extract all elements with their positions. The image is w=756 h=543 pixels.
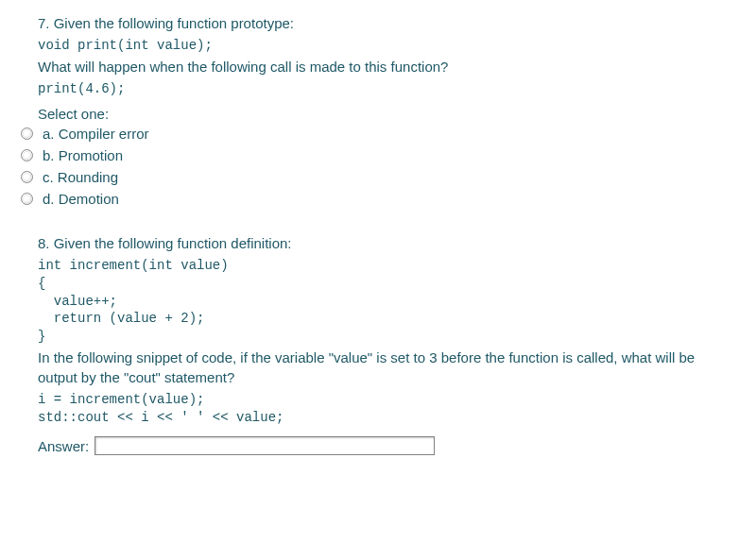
q7-prompt-2: What will happen when the following call… xyxy=(38,57,718,76)
q8-code-2: i = increment(value); std::cout << i << … xyxy=(38,391,718,427)
q7-option-a: a. Compiler error xyxy=(21,126,718,142)
q7-option-d-label: d. Demotion xyxy=(43,191,119,207)
q7-option-b: b. Promotion xyxy=(21,147,718,163)
q7-options-list: a. Compiler error b. Promotion c. Roundi… xyxy=(21,126,718,207)
q8-answer-row: Answer: xyxy=(38,436,718,455)
q7-prompt-1: 7. Given the following function prototyp… xyxy=(38,13,718,33)
q7-select-one-label: Select one: xyxy=(38,106,718,122)
q7-option-c-label: c. Rounding xyxy=(43,169,118,185)
q8-answer-input[interactable] xyxy=(94,436,435,455)
q8-answer-label: Answer: xyxy=(38,438,89,454)
question-8: 8. Given the following function definiti… xyxy=(38,233,718,455)
q7-option-d: d. Demotion xyxy=(21,191,718,207)
q7-radio-a[interactable] xyxy=(21,127,33,140)
q8-prompt-1: 8. Given the following function definiti… xyxy=(38,233,718,253)
q8-code-block: int increment(int value) { value++; retu… xyxy=(38,257,718,346)
q7-option-a-label: a. Compiler error xyxy=(43,126,149,142)
question-7: 7. Given the following function prototyp… xyxy=(38,13,718,207)
q7-radio-d[interactable] xyxy=(21,193,33,205)
q7-code-2: print(4.6); xyxy=(38,80,718,98)
q7-option-b-label: b. Promotion xyxy=(43,147,123,163)
q8-prompt-2: In the following snippet of code, if the… xyxy=(38,348,718,387)
q7-option-c: c. Rounding xyxy=(21,169,718,185)
q7-code-1: void print(int value); xyxy=(38,37,718,55)
q7-radio-c[interactable] xyxy=(21,171,33,183)
q7-radio-b[interactable] xyxy=(21,149,33,161)
